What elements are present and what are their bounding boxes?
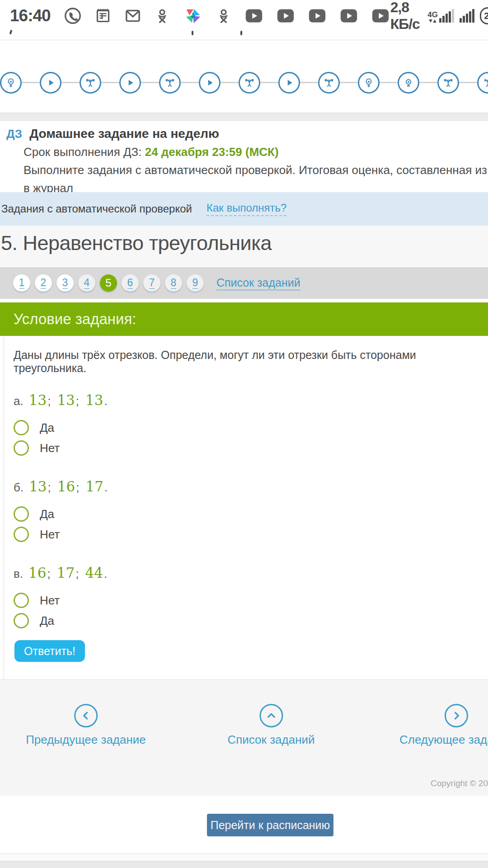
ok-icon [154, 7, 171, 24]
task-list-button[interactable]: Список заданий [227, 704, 314, 747]
task-list-link[interactable]: Список заданий [216, 276, 300, 290]
how-to-link[interactable]: Как выполнять? [206, 202, 286, 216]
radio-b-no-label[interactable]: Нет [40, 528, 60, 542]
youtube-icon [276, 7, 296, 25]
ok-icon [215, 7, 232, 24]
section-gap [0, 113, 488, 121]
pagination-item-6[interactable]: 6 [122, 274, 139, 292]
lesson-step-webcam-icon[interactable] [398, 72, 419, 94]
pagination-item-3[interactable]: 3 [56, 274, 74, 292]
task-panel: Даны длины трёх отрезков. Определи, могу… [4, 336, 488, 679]
separator: ; [47, 567, 51, 581]
item-a-number-2: 13 [57, 392, 75, 408]
question-text: Даны длины трёх отрезков. Определи, могу… [14, 349, 488, 375]
radio-v-yes[interactable] [14, 613, 29, 628]
lesson-step-play-icon[interactable] [40, 72, 61, 94]
next-task-button[interactable]: Следующее задание [399, 704, 488, 747]
chevron-left-icon [74, 704, 98, 727]
mobile-signal-icon: 4G [427, 9, 454, 23]
whatsapp-icon [63, 6, 82, 25]
item-v-number-3: 44 [85, 565, 103, 581]
homework-block: ДЗ Домашнее задание на неделю Срок выпол… [0, 121, 488, 192]
lesson-step-play-icon[interactable] [199, 72, 221, 94]
item-b-number-2: 16 [57, 478, 75, 495]
lesson-step-exercise-icon[interactable] [80, 72, 101, 94]
signal-bars-icon [460, 9, 474, 23]
lesson-step-bulb-icon[interactable] [0, 72, 22, 94]
lesson-step-exercise-icon[interactable] [437, 72, 459, 94]
separator: ; [76, 394, 79, 408]
screen: 16:40 2,8 КБ/с 4G [0, 0, 488, 868]
item-v-number-1: 16 [28, 565, 46, 581]
lesson-step-play-icon[interactable] [278, 72, 300, 94]
pagination-item-1[interactable]: 1 [13, 274, 30, 292]
pagination-item-2[interactable]: 2 [35, 274, 52, 292]
pagination-item-4[interactable]: 4 [78, 274, 95, 292]
lesson-step-exercise-icon[interactable] [239, 72, 260, 94]
youtube-icon [371, 7, 390, 25]
item-a-options: Да Нет [14, 420, 488, 456]
item-v-number-2: 17 [57, 565, 75, 581]
lesson-step-exercise-icon[interactable] [318, 72, 340, 94]
radio-a-no[interactable] [14, 440, 29, 456]
terminator: . [104, 567, 107, 581]
bottom-strip [0, 854, 488, 861]
task-title-strip: 5. Неравенство треугольника [0, 226, 488, 267]
homework-description-line1: Выполните задания с автоматической прове… [6, 163, 488, 177]
clipped-text-fragment [9, 30, 13, 35]
deadline-label: Срок выполнения ДЗ: [23, 145, 145, 159]
youtube-icon [307, 7, 327, 25]
clipped-text-row [0, 27, 488, 40]
auto-check-label: Задания с автоматической проверкой [1, 203, 192, 215]
radio-b-no[interactable] [14, 527, 29, 542]
lesson-step-exercise-icon[interactable] [159, 72, 181, 94]
schedule-strip: Перейти к расписанию [0, 796, 488, 854]
pagination-item-9[interactable]: 9 [187, 274, 204, 292]
homework-description-line2: в журнал [6, 181, 488, 192]
item-a-number-3: 13 [85, 392, 103, 408]
separator: ; [47, 394, 51, 408]
battery-level: 24 [484, 10, 488, 21]
task-panel-wrap: Даны длины трёх отрезков. Определи, могу… [0, 336, 488, 679]
item-b-option-yes-row: Да [14, 506, 488, 522]
lesson-step-play-icon[interactable] [119, 72, 141, 94]
task-list-label[interactable]: Список заданий [227, 733, 314, 747]
lesson-step-exercise-icon[interactable] [477, 72, 488, 94]
radio-v-no-label[interactable]: Нет [40, 594, 60, 608]
download-arrow-icon [429, 19, 432, 23]
item-b-numbers-row: б. 13; 16; 17. [14, 478, 488, 495]
clipped-text-fragment [192, 31, 193, 35]
radio-b-yes[interactable] [14, 506, 29, 522]
notes-icon [94, 7, 112, 25]
upload-arrow-icon [433, 19, 436, 23]
chevron-right-icon [445, 704, 468, 727]
task-footer-nav: Предыдущее задание Список заданий Следую… [0, 679, 488, 796]
prev-task-button[interactable]: Предыдущее задание [26, 704, 146, 747]
radio-b-yes-label[interactable]: Да [40, 507, 54, 521]
pagination-item-8[interactable]: 8 [165, 274, 182, 292]
item-a-option-no-row: Нет [14, 440, 488, 456]
radio-a-no-label[interactable]: Нет [40, 441, 60, 455]
pagination-item-5-active[interactable]: 5 [100, 274, 117, 292]
deadline-value: 24 декабря 23:59 (МСК) [145, 145, 279, 159]
homework-badge: ДЗ [6, 127, 22, 141]
pagination-item-7[interactable]: 7 [143, 274, 160, 292]
item-a-numbers-row: а. 13; 13; 13. [14, 392, 488, 408]
separator: ; [76, 481, 79, 495]
item-b-option-no-row: Нет [14, 527, 488, 542]
answer-button[interactable]: Ответить! [14, 640, 85, 662]
radio-a-yes[interactable] [14, 420, 29, 435]
separator: ; [75, 567, 79, 581]
copyright-text: Copyright © 20 [431, 778, 488, 788]
homework-title: Домашнее задание на неделю [29, 127, 219, 141]
radio-a-yes-label[interactable]: Да [40, 421, 54, 435]
go-to-schedule-button[interactable]: Перейти к расписанию [207, 814, 333, 836]
prev-task-label[interactable]: Предыдущее задание [26, 733, 146, 747]
lesson-step-bulb-icon[interactable] [358, 72, 380, 94]
radio-v-yes-label[interactable]: Да [40, 614, 54, 628]
auto-check-bar: Задания с автоматической проверкой Как в… [0, 192, 488, 226]
next-task-label[interactable]: Следующее задание [399, 733, 488, 747]
radio-v-no[interactable] [14, 593, 29, 608]
item-v-option-no-row: Нет [14, 593, 488, 608]
notification-icons [63, 5, 390, 26]
